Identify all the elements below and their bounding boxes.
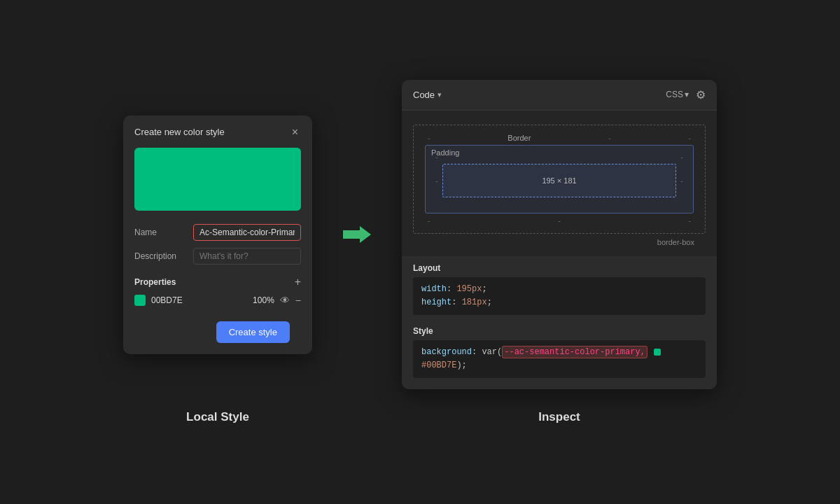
- color-property-row: 00BD7E 100% 👁 −: [134, 295, 301, 306]
- code-title: Code ▾: [413, 90, 442, 100]
- name-field-row: Name: [123, 220, 312, 244]
- right-panel: Code ▾ CSS ▾ ⚙ - Border - -: [402, 80, 717, 390]
- color-dot: [134, 295, 146, 306]
- color-opacity-value: 100%: [253, 295, 274, 305]
- css-selector[interactable]: CSS ▾: [666, 90, 689, 99]
- code-header: Code ▾ CSS ▾ ⚙: [402, 80, 717, 111]
- arrow-container: [340, 223, 374, 246]
- style-section: Style background: var(--ac-semantic-colo…: [402, 321, 717, 378]
- close-button[interactable]: ×: [289, 125, 301, 139]
- description-label: Description: [134, 251, 185, 261]
- eye-icon[interactable]: 👁: [280, 295, 290, 306]
- local-style-label: Local Style: [186, 410, 249, 424]
- code-dropdown-icon[interactable]: ▾: [438, 90, 442, 99]
- add-property-button[interactable]: +: [295, 276, 301, 288]
- inspect-label: Inspect: [538, 410, 580, 424]
- layout-title: Layout: [413, 263, 706, 273]
- name-input[interactable]: [193, 224, 301, 241]
- inline-color-dot: [654, 349, 661, 356]
- main-container: Create new color style × Name Descriptio…: [123, 80, 717, 390]
- border-box-label: border-box: [413, 234, 706, 249]
- panel-title: Create new color style: [134, 127, 225, 137]
- minus-icon[interactable]: −: [295, 295, 301, 306]
- css-var-highlight: --ac-semantic-color-primary,: [502, 346, 648, 358]
- create-style-button[interactable]: Create style: [216, 321, 290, 343]
- properties-header: Properties +: [134, 276, 301, 288]
- labels-row: Local Style Inspect: [123, 410, 717, 424]
- arrow-icon: [343, 223, 371, 246]
- panel-header: Create new color style ×: [123, 115, 312, 148]
- layout-section: Layout width: 195px; height: 181px;: [402, 256, 717, 321]
- description-input[interactable]: [193, 248, 301, 265]
- style-line-1: background: var(--ac-semantic-color-prim…: [421, 346, 697, 372]
- bm-dash-1: -: [428, 134, 430, 142]
- layout-line-1: width: 195px;: [421, 283, 697, 296]
- style-code-block: background: var(--ac-semantic-color-prim…: [413, 340, 706, 378]
- border-label: Border: [507, 134, 531, 142]
- style-title: Style: [413, 326, 706, 336]
- padding-label: Padding: [431, 148, 459, 157]
- properties-title: Properties: [134, 277, 176, 287]
- dimensions-label: 195 × 181: [542, 176, 576, 185]
- name-label: Name: [134, 227, 185, 237]
- left-panel: Create new color style × Name Descriptio…: [123, 115, 312, 354]
- properties-section: Properties + 00BD7E 100% 👁 −: [123, 268, 312, 312]
- box-model-area: - Border - - - Padding - -: [402, 111, 717, 256]
- layout-code-block: width: 195px; height: 181px;: [413, 277, 706, 315]
- bm-dash-3: -: [688, 134, 691, 142]
- color-swatch[interactable]: [134, 148, 301, 211]
- settings-icon[interactable]: ⚙: [696, 88, 706, 102]
- svg-marker-0: [343, 226, 371, 243]
- bm-dash-2: -: [608, 134, 611, 142]
- description-field-row: Description: [123, 244, 312, 268]
- layout-line-2: height: 181px;: [421, 296, 697, 309]
- content-box: 195 × 181: [442, 164, 677, 197]
- code-header-right: CSS ▾ ⚙: [666, 88, 706, 102]
- property-icons: 👁 −: [280, 295, 301, 306]
- color-hex-value: 00BD7E: [151, 295, 247, 305]
